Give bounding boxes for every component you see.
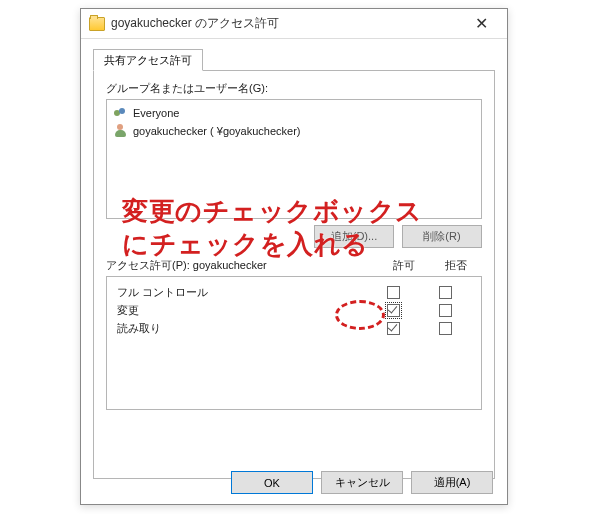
perm-label: フル コントロール (117, 285, 367, 300)
close-button[interactable]: ✕ (461, 10, 501, 38)
group-icon (113, 105, 129, 121)
deny-checkbox-read[interactable] (439, 322, 452, 335)
add-button[interactable]: 追加(D)... (314, 225, 394, 248)
allow-checkbox-full-control[interactable] (387, 286, 400, 299)
permissions-dialog: goyakuchecker のアクセス許可 ✕ 共有アクセス許可 グループ名また… (80, 8, 508, 505)
allow-column-header: 許可 (378, 258, 430, 273)
folder-icon (89, 17, 105, 31)
list-item-label: goyakuchecker ( ¥goyakuchecker) (133, 125, 301, 137)
users-listbox[interactable]: Everyone goyakuchecker ( ¥goyakuchecker) (106, 99, 482, 219)
user-icon (113, 123, 129, 139)
window-title: goyakuchecker のアクセス許可 (111, 15, 461, 32)
deny-checkbox-full-control[interactable] (439, 286, 452, 299)
perm-label: 読み取り (117, 321, 367, 336)
titlebar: goyakuchecker のアクセス許可 ✕ (81, 9, 507, 39)
tab-panel: グループ名またはユーザー名(G): Everyone goyakuchecker… (93, 71, 495, 479)
deny-checkbox-change[interactable] (439, 304, 452, 317)
dialog-buttons: OK キャンセル 適用(A) (81, 471, 507, 494)
apply-button[interactable]: 適用(A) (411, 471, 493, 494)
tab-strip: 共有アクセス許可 (93, 49, 495, 71)
tab-share-permissions[interactable]: 共有アクセス許可 (93, 49, 203, 71)
list-buttons: 追加(D)... 削除(R) (106, 225, 482, 248)
allow-checkbox-change[interactable] (387, 304, 400, 317)
ok-button[interactable]: OK (231, 471, 313, 494)
deny-column-header: 拒否 (430, 258, 482, 273)
allow-checkbox-read[interactable] (387, 322, 400, 335)
perm-row-change: 変更 (117, 301, 471, 319)
list-item[interactable]: Everyone (113, 104, 475, 122)
perm-row-full-control: フル コントロール (117, 283, 471, 301)
permissions-listbox: フル コントロール 変更 読み取り (106, 276, 482, 410)
permissions-header: アクセス許可(P): goyakuchecker 許可 拒否 (106, 258, 482, 273)
group-users-label: グループ名またはユーザー名(G): (106, 81, 482, 96)
list-item-label: Everyone (133, 107, 179, 119)
perm-label: 変更 (117, 303, 367, 318)
perm-row-read: 読み取り (117, 319, 471, 337)
remove-button[interactable]: 削除(R) (402, 225, 482, 248)
dialog-body: 共有アクセス許可 グループ名またはユーザー名(G): Everyone goya… (81, 39, 507, 479)
cancel-button[interactable]: キャンセル (321, 471, 403, 494)
list-item[interactable]: goyakuchecker ( ¥goyakuchecker) (113, 122, 475, 140)
permissions-title: アクセス許可(P): goyakuchecker (106, 258, 267, 273)
